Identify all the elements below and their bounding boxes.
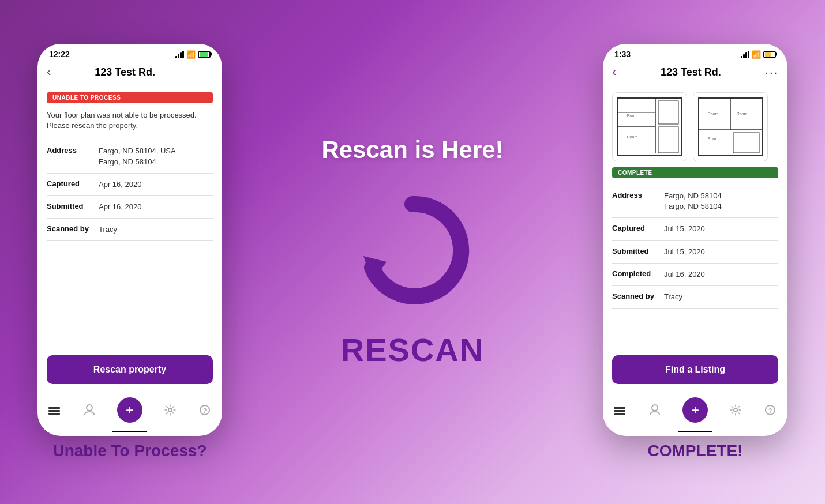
right-scanned-by-label: Scanned by (612, 292, 664, 302)
svg-rect-24 (614, 410, 625, 412)
svg-rect-23 (614, 407, 625, 409)
submitted-value: Apr 16, 2020 (99, 202, 141, 212)
right-captured-row: Captured Jul 15, 2020 (612, 218, 778, 240)
svg-rect-25 (614, 413, 625, 415)
captured-value: Apr 16, 2020 (99, 179, 141, 190)
tab-person-icon[interactable] (77, 402, 102, 418)
svg-text:Room: Room (737, 112, 748, 116)
svg-text:Room: Room (708, 137, 719, 141)
hero-title: Rescan is Here! (321, 136, 503, 164)
left-tab-bar: + ? (38, 389, 222, 428)
question-icon: ? (198, 404, 212, 416)
right-completed-row: Completed Jul 16, 2020 (612, 264, 778, 286)
scan-stack-icon (48, 404, 62, 416)
error-message: Your floor plan was not able to be proce… (47, 110, 213, 131)
svg-text:Room: Room (708, 112, 719, 116)
address-label: Address (47, 146, 99, 167)
svg-rect-2 (48, 413, 60, 415)
right-completed-label: Completed (612, 269, 664, 280)
address-value: Fargo, ND 58104, USA Fargo, ND 58104 (99, 146, 176, 167)
right-captured-label: Captured (612, 224, 664, 234)
floor-plan-thumb-1: Room Room (612, 92, 687, 161)
right-submitted-label: Submitted (612, 247, 664, 257)
left-status-icons: 📶 (175, 50, 211, 59)
left-status-bar: 12:22 📶 (38, 44, 222, 62)
more-options-icon[interactable]: ··· (765, 66, 778, 79)
svg-rect-0 (48, 407, 60, 409)
left-phone-footer: Rescan property (38, 348, 222, 389)
captured-label: Captured (47, 179, 99, 190)
svg-text:?: ? (768, 407, 772, 414)
right-completed-value: Jul 16, 2020 (664, 269, 705, 280)
svg-text:Room: Room (627, 114, 638, 118)
back-arrow-icon[interactable]: ‹ (47, 65, 51, 80)
tab-scan-icon[interactable] (42, 402, 68, 418)
right-captured-value: Jul 15, 2020 (664, 224, 705, 234)
person-icon (82, 404, 96, 416)
svg-rect-1 (48, 410, 60, 412)
wifi-icon: 📶 (186, 50, 196, 59)
right-tab-help-icon[interactable]: ? (757, 402, 783, 418)
rescan-icon-container (349, 187, 476, 314)
address-row: Address Fargo, ND 58104, USA Fargo, ND 5… (47, 140, 213, 173)
rescan-property-button[interactable]: Rescan property (47, 355, 213, 384)
right-tab-add-icon[interactable]: + (677, 395, 714, 425)
center-section: Rescan is Here! RESCAN (222, 136, 603, 368)
right-address-value: Fargo, ND 58104 Fargo, ND 58104 (664, 191, 722, 212)
scanned-by-label: Scanned by (47, 224, 99, 235)
tab-settings-icon[interactable] (158, 402, 183, 418)
right-person-icon (648, 404, 662, 416)
svg-point-4 (168, 408, 172, 412)
svg-text:?: ? (203, 407, 207, 414)
submitted-label: Submitted (47, 202, 99, 212)
left-phone-header: ‹ 123 Test Rd. (38, 62, 222, 85)
right-address-row: Address Fargo, ND 58104 Fargo, ND 58104 (612, 185, 778, 218)
svg-text:Room: Room (627, 135, 638, 139)
right-status-bar: 1:33 📶 (603, 44, 787, 62)
right-phone-content: Room Room Room Room Room (603, 85, 787, 344)
right-bottom-label: COMPLETE! (648, 442, 743, 460)
complete-badge: COMPLETE (612, 167, 778, 178)
right-status-icons: 📶 (741, 50, 776, 59)
scanned-by-row: Scanned by Tracy (47, 219, 213, 241)
unable-to-process-badge: UNABLE TO PROCESS (47, 92, 213, 103)
scanned-by-value: Tracy (99, 224, 117, 235)
right-scanned-by-row: Scanned by Tracy (612, 286, 778, 309)
right-tab-settings-icon[interactable] (723, 402, 748, 418)
right-battery-icon (763, 51, 776, 58)
right-gear-icon (729, 404, 742, 416)
submitted-row: Submitted Apr 16, 2020 (47, 196, 213, 219)
left-status-time: 12:22 (49, 50, 70, 59)
right-phone-section: 1:33 📶 ‹ 123 Test Rd. (603, 44, 787, 460)
floor-plan-svg-2: Room Room Room (696, 95, 765, 159)
right-tab-scan-icon[interactable] (608, 402, 633, 418)
svg-point-27 (734, 408, 737, 412)
add-circle-icon: + (117, 397, 142, 423)
left-phone-content: UNABLE TO PROCESS Your floor plan was no… (38, 85, 222, 348)
tab-add-icon[interactable]: + (111, 395, 148, 425)
right-address-label: Address (612, 191, 664, 212)
right-signal-bars-icon (741, 51, 749, 58)
page-container: 12:22 📶 ‹ 123 Test Rd. (38, 16, 787, 488)
right-back-arrow-icon[interactable]: ‹ (612, 65, 616, 80)
right-tab-person-icon[interactable] (642, 402, 667, 418)
left-phone-title: 123 Test Rd. (57, 66, 193, 78)
right-scan-stack-icon (613, 404, 627, 416)
right-phone-header: ‹ 123 Test Rd. ··· (603, 62, 787, 85)
left-phone: 12:22 📶 ‹ 123 Test Rd. (38, 44, 222, 436)
right-phone: 1:33 📶 ‹ 123 Test Rd. (603, 44, 787, 436)
right-phone-footer: Find a Listing (603, 344, 787, 389)
right-status-time: 1:33 (614, 50, 631, 59)
right-add-circle-icon: + (682, 397, 708, 423)
floor-plans-container: Room Room Room Room Room (612, 92, 778, 161)
svg-rect-19 (733, 133, 759, 153)
floor-plan-svg-1: Room Room (615, 95, 684, 159)
tab-help-icon[interactable]: ? (192, 402, 217, 418)
floor-plan-thumb-2: Room Room Room (693, 92, 768, 161)
right-tab-active-indicator (678, 431, 712, 432)
signal-bars-icon (175, 51, 184, 58)
rescan-circular-arrow-icon (355, 193, 470, 308)
rescan-large-text: RESCAN (341, 331, 484, 368)
svg-rect-12 (658, 101, 678, 124)
find-listing-button[interactable]: Find a Listing (612, 355, 778, 384)
